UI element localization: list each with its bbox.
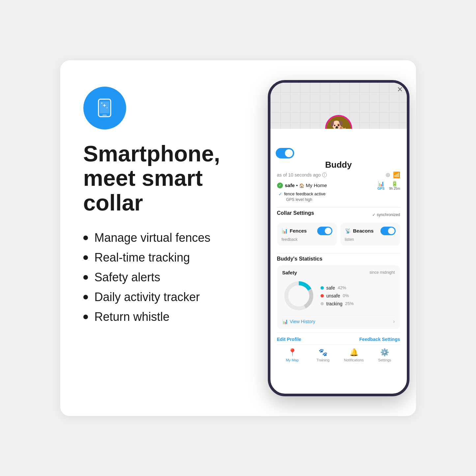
view-history-label: View History xyxy=(290,319,316,324)
toggle-row xyxy=(270,145,407,158)
nav-map-label: My Map xyxy=(286,358,299,362)
feature-item: Daily activity tracker xyxy=(83,290,255,304)
tracking-dot xyxy=(321,302,324,305)
unsafe-pct: 0% xyxy=(343,293,349,298)
main-card: Smartphone, meet smart collar Manage vir… xyxy=(60,60,416,416)
fences-card-header: 📊 Fences xyxy=(282,227,332,235)
beacons-toggle[interactable] xyxy=(380,227,396,235)
beacons-card-header: 📡 Beacons xyxy=(345,227,396,235)
feature-item: Manage virtual fences xyxy=(83,231,255,245)
sync-label: ✓ synchronized xyxy=(372,212,400,217)
safe-status-row: ✓ safe • 🏠 safe • 🏠 My HomeMy Home 📊 GPS… xyxy=(277,181,400,190)
training-icon: 🐾 xyxy=(319,348,327,357)
nav-bar: 📍 My Map 🐾 Training 🔔 Notifications ⚙️ S… xyxy=(277,345,400,367)
safety-label: Safety xyxy=(282,270,297,275)
collar-settings-title: Collar Settings xyxy=(277,210,314,216)
beacons-label: 📡 Beacons xyxy=(345,228,374,234)
safe-checkmark-icon: ✓ xyxy=(277,182,283,188)
nav-notifications-label: Notifications xyxy=(344,358,364,362)
fence-status-row: ✓ fence feedback active xyxy=(277,191,400,197)
beacons-icon: 📡 xyxy=(345,228,351,234)
beacons-sub: listen xyxy=(345,237,396,242)
divider-2 xyxy=(277,253,400,253)
app-content: Buddy as of 10 seconds ago i ⊕ 📶 ✓ safe … xyxy=(270,158,407,394)
safety-legend: safe 42% unsafe 0% tra xyxy=(321,285,354,306)
gps-bars-icon: 📊 xyxy=(378,181,384,187)
phone-frame: ✕ 🐕 Buddy as of 10 seconds ago i xyxy=(268,80,409,396)
stats-card: Safety since midnight xyxy=(277,265,400,329)
info-icon[interactable]: i xyxy=(322,173,327,177)
battery-icon: 🔋 xyxy=(391,181,398,187)
since-label: since midnight xyxy=(370,270,395,275)
battery-time: 9h 25m xyxy=(389,187,400,190)
fences-icon: 📊 xyxy=(282,228,288,234)
fences-label: 📊 Fences xyxy=(282,228,307,234)
bottom-links: Edit Profile Feedback Settings xyxy=(277,332,400,345)
notifications-icon: 🔔 xyxy=(350,348,358,357)
nav-item-training[interactable]: 🐾 Training xyxy=(312,348,335,362)
beacons-card: 📡 Beacons listen xyxy=(340,223,400,246)
tracking-legend-label: tracking xyxy=(326,301,343,306)
nav-item-map[interactable]: 📍 My Map xyxy=(281,348,304,362)
safe-text: safe • 🏠 safe • 🏠 My HomeMy Home xyxy=(285,182,327,188)
app-icon xyxy=(83,87,126,129)
left-panel: Smartphone, meet smart collar Manage vir… xyxy=(83,80,255,324)
stats-card-header: Safety since midnight xyxy=(282,270,395,275)
feedback-settings-link[interactable]: Feedback Settings xyxy=(359,337,400,342)
bluetooth-icon: ⊕ xyxy=(385,171,390,179)
stats-section: Buddy's Statistics Safety since midnight xyxy=(277,256,400,329)
stats-content: safe 42% unsafe 0% tra xyxy=(282,279,395,312)
check-blue-icon: ✓ xyxy=(278,191,282,197)
legend-unsafe: unsafe 0% xyxy=(321,293,354,298)
collar-settings-header: Collar Settings ✓ synchronized xyxy=(277,210,400,219)
bullet-icon xyxy=(83,315,88,319)
bullet-icon xyxy=(83,275,88,280)
scroll-toggle[interactable] xyxy=(276,148,294,158)
nav-training-label: Training xyxy=(317,358,329,362)
edit-profile-link[interactable]: Edit Profile xyxy=(277,337,301,342)
svg-point-4 xyxy=(107,107,108,108)
donut-chart xyxy=(282,279,315,312)
nav-item-settings[interactable]: ⚙️ Settings xyxy=(373,348,396,362)
unsafe-dot xyxy=(321,294,324,297)
stats-title: Buddy's Statistics xyxy=(277,256,400,262)
legend-safe: safe 42% xyxy=(321,285,354,291)
svg-rect-5 xyxy=(102,115,107,116)
settings-icon: ⚙️ xyxy=(380,348,389,357)
bullet-icon xyxy=(83,255,88,260)
safe-dot xyxy=(321,286,324,290)
history-chart-icon: 📊 xyxy=(282,319,288,324)
gps-level-text: GPS level high xyxy=(277,197,400,202)
unsafe-legend-label: unsafe xyxy=(326,293,340,298)
feature-item: Safety alerts xyxy=(83,270,255,284)
tracking-pct: 25% xyxy=(345,301,354,306)
phone-sparkle-icon xyxy=(94,97,115,119)
legend-tracking: tracking 25% xyxy=(321,301,354,306)
map-icon: 📍 xyxy=(288,348,297,357)
map-area: ✕ 🐕 xyxy=(270,83,407,129)
divider-1 xyxy=(277,207,400,208)
safe-legend-label: safe xyxy=(326,285,335,291)
bullet-icon xyxy=(83,236,88,240)
toggle-dot xyxy=(285,149,293,157)
nav-settings-label: Settings xyxy=(378,358,391,362)
fences-toggle[interactable] xyxy=(317,227,332,235)
gps-label: GPS xyxy=(378,187,384,190)
bullet-icon xyxy=(83,295,88,299)
view-history-button[interactable]: 📊 View History xyxy=(282,319,316,324)
status-time: as of 10 seconds ago i ⊕ 📶 xyxy=(277,171,400,179)
safe-pct: 42% xyxy=(338,285,346,290)
pet-name: Buddy xyxy=(277,160,400,170)
nav-item-notifications[interactable]: 🔔 Notifications xyxy=(342,348,365,362)
dog-avatar: 🐕 xyxy=(325,115,352,129)
fence-feedback-text: fence feedback active xyxy=(284,191,326,196)
headline: Smartphone, meet smart collar xyxy=(83,141,255,215)
fences-card: 📊 Fences feedback xyxy=(277,223,337,246)
signal-icon: 📶 xyxy=(393,171,400,179)
dog-avatar-container: 🐕 xyxy=(325,115,352,129)
right-panel: ✕ 🐕 Buddy as of 10 seconds ago i xyxy=(268,80,409,396)
feature-list: Manage virtual fencesReal-time trackingS… xyxy=(83,231,255,324)
chevron-right-icon: › xyxy=(393,319,395,324)
collar-settings-row: 📊 Fences feedback 📡 Beacons xyxy=(277,223,400,246)
view-history-row: 📊 View History › xyxy=(282,315,395,324)
